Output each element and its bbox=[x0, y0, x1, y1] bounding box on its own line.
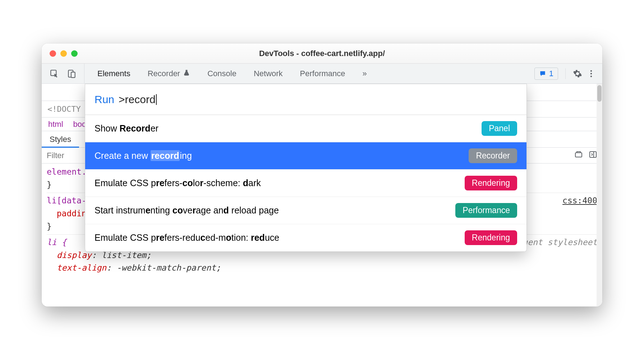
rule1-close: } bbox=[47, 180, 52, 189]
palette-item-label: Create a new recording bbox=[95, 151, 192, 161]
palette-item-0[interactable]: Show RecorderPanel bbox=[85, 115, 526, 142]
tab-recorder-label: Recorder bbox=[148, 69, 180, 78]
panel-tabs: Elements Recorder Console Network Perfor… bbox=[84, 64, 528, 83]
tab-styles[interactable]: Styles bbox=[42, 131, 79, 147]
separator bbox=[565, 68, 566, 79]
svg-rect-6 bbox=[575, 153, 582, 157]
svg-rect-2 bbox=[71, 72, 75, 77]
zoom-window-button[interactable] bbox=[71, 50, 78, 57]
main-toolbar: Elements Recorder Console Network Perfor… bbox=[42, 64, 602, 84]
settings-icon[interactable] bbox=[573, 69, 582, 78]
tab-network[interactable]: Network bbox=[254, 69, 283, 78]
rule2-source-link[interactable]: css:400 bbox=[562, 194, 597, 233]
titlebar: DevTools - coffee-cart.netlify.app/ bbox=[42, 43, 602, 64]
command-prefix: Run bbox=[95, 93, 114, 106]
svg-point-4 bbox=[590, 73, 592, 74]
palette-item-badge: Rendering bbox=[465, 176, 517, 190]
issues-count: 1 bbox=[549, 69, 553, 78]
palette-item-label: Emulate CSS prefers-reduced-motion: redu… bbox=[95, 232, 279, 243]
tab-elements[interactable]: Elements bbox=[97, 69, 130, 78]
inspect-element-icon[interactable] bbox=[50, 69, 59, 78]
palette-item-label: Show Recorder bbox=[95, 123, 158, 134]
rule2-prop: paddin bbox=[57, 209, 87, 218]
palette-item-badge: Recorder bbox=[469, 148, 517, 163]
command-input[interactable]: Run >record bbox=[85, 84, 526, 115]
kebab-menu-icon[interactable] bbox=[586, 69, 596, 78]
command-palette: Run >record Show RecorderPanelCreate a n… bbox=[85, 84, 527, 252]
toggle-sidebar-icon[interactable] bbox=[589, 150, 597, 161]
svg-point-3 bbox=[590, 70, 592, 72]
content-area: <!DOCTY html bod Styles Filter bbox=[42, 84, 602, 307]
rule3-p2-val: : -webkit-match-parent; bbox=[106, 263, 221, 272]
palette-item-4[interactable]: Emulate CSS prefers-reduced-motion: redu… bbox=[85, 224, 526, 252]
more-tabs-icon[interactable]: » bbox=[363, 69, 367, 78]
rule3-p2-name: text-align bbox=[57, 263, 106, 272]
issues-badge[interactable]: 1 bbox=[534, 68, 558, 80]
tab-performance[interactable]: Performance bbox=[300, 69, 345, 78]
close-window-button[interactable] bbox=[50, 50, 56, 57]
filter-input[interactable]: Filter bbox=[47, 151, 64, 160]
svg-point-5 bbox=[590, 75, 592, 77]
hover-icon[interactable] bbox=[574, 150, 583, 161]
scrollbar[interactable] bbox=[597, 84, 602, 307]
command-query: >record bbox=[119, 93, 156, 106]
rule2-close: } bbox=[47, 222, 52, 231]
flask-icon bbox=[183, 69, 190, 78]
palette-item-label: Start instrumenting coverage and reload … bbox=[95, 205, 279, 216]
window-title: DevTools - coffee-cart.netlify.app/ bbox=[42, 49, 602, 58]
palette-item-label: Emulate CSS prefers-color-scheme: dark bbox=[95, 178, 261, 188]
palette-item-badge: Rendering bbox=[465, 230, 517, 245]
svg-rect-7 bbox=[590, 152, 596, 157]
window-controls bbox=[42, 50, 78, 57]
device-toggle-icon[interactable] bbox=[67, 69, 76, 78]
tab-recorder[interactable]: Recorder bbox=[148, 69, 190, 78]
rule3-p1-name: display bbox=[57, 250, 92, 260]
devtools-window: DevTools - coffee-cart.netlify.app/ Elem… bbox=[42, 43, 602, 307]
tab-console[interactable]: Console bbox=[207, 69, 236, 78]
palette-item-2[interactable]: Emulate CSS prefers-color-scheme: darkRe… bbox=[85, 170, 526, 197]
rule3-selector: li { bbox=[47, 238, 66, 247]
palette-item-3[interactable]: Start instrumenting coverage and reload … bbox=[85, 197, 526, 224]
breadcrumb-html[interactable]: html bbox=[48, 120, 63, 129]
palette-item-badge: Performance bbox=[455, 203, 517, 218]
minimize-window-button[interactable] bbox=[60, 50, 67, 57]
palette-item-1[interactable]: Create a new recordingRecorder bbox=[85, 142, 526, 170]
palette-item-badge: Panel bbox=[482, 121, 517, 136]
breadcrumb-body[interactable]: bod bbox=[73, 120, 87, 129]
